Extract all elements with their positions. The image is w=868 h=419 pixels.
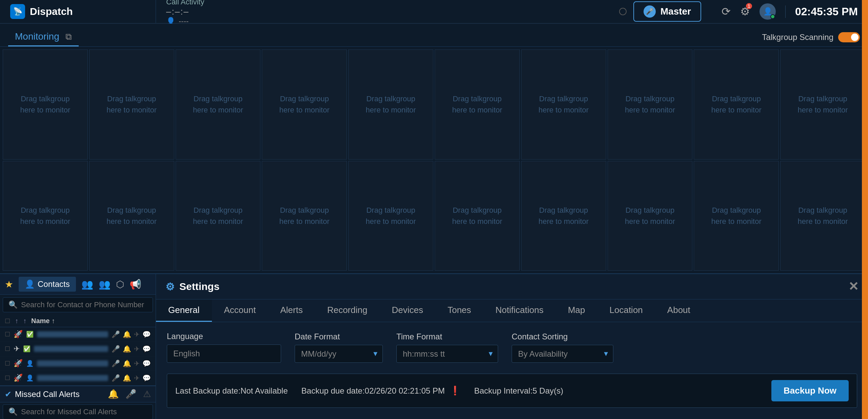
language-input[interactable] <box>167 344 281 363</box>
missed-calls-search-icon: 🔍 <box>8 407 18 416</box>
call-activity-info: –:–:– <box>166 6 599 17</box>
tab-tones[interactable]: Tones <box>435 299 483 322</box>
message-icon[interactable]: 💬 <box>142 345 151 353</box>
tab-location[interactable]: Location <box>597 299 655 322</box>
missed-calls-search-input[interactable] <box>21 407 147 416</box>
tab-alerts[interactable]: Alerts <box>268 299 315 322</box>
message-icon[interactable]: 💬 <box>142 330 151 338</box>
talkgroup-cell[interactable]: Drag talkgrouphere to monitor <box>435 49 520 160</box>
talkgroup-cell[interactable]: Drag talkgrouphere to monitor <box>262 161 347 271</box>
dispatch-tab-icon[interactable]: 👥 <box>99 279 111 290</box>
contact-sorting-select[interactable]: By Availability By Name <box>512 345 613 363</box>
settings-general-row: Language Date Format MM/dd/yy dd/MM/yy y… <box>167 332 857 363</box>
monitoring-bar: Monitoring ⧉ Talkgroup Scanning <box>0 24 868 47</box>
contact-checkbox[interactable]: ☐ <box>5 374 10 382</box>
location-icon[interactable]: ✈ <box>134 374 140 382</box>
ptt-icon[interactable]: 🎤 <box>112 345 120 353</box>
contact-search-input[interactable] <box>21 300 147 309</box>
talkgroup-cell[interactable]: Drag talkgrouphere to monitor <box>521 161 606 271</box>
broadcast-tab-icon[interactable]: 📢 <box>130 279 141 290</box>
ptt-icon[interactable]: 🎤 <box>112 359 120 368</box>
talkgroup-cell[interactable]: Drag talkgrouphere to monitor <box>262 49 347 160</box>
talkgroup-scanning-toggle[interactable] <box>838 32 860 42</box>
settings-close-button[interactable]: ✕ <box>848 279 859 294</box>
alert-icon[interactable]: 🔔 <box>123 345 131 353</box>
contacts-tab-active[interactable]: 👤 Contacts <box>19 277 76 292</box>
talkgroup-cell[interactable]: Drag talkgrouphere to monitor <box>348 49 433 160</box>
message-icon[interactable]: 💬 <box>142 374 151 382</box>
contact-actions: 🎤 🔔 ✈ 💬 <box>112 374 151 382</box>
contact-sorting-field: Contact Sorting By Availability By Name … <box>512 332 613 363</box>
talkgroup-cell[interactable]: Drag talkgrouphere to monitor <box>89 161 174 271</box>
master-button[interactable]: 🎤 Master <box>633 1 701 22</box>
contacts-list-header: ☐ ↑ ↑ Name ↑ <box>0 315 156 327</box>
talkgroup-cell[interactable]: Drag talkgrouphere to monitor <box>435 161 520 271</box>
app-logo: 📡 Dispatch <box>0 0 156 23</box>
tab-notifications[interactable]: Notifications <box>483 299 556 322</box>
missed-calls-bar: ✔ Missed Call Alerts 🔔 🎤 ⚠ <box>0 385 156 402</box>
bottom-section: ★ 👤 Contacts 👥 👥 ⬡ 📢 🔍 <box>0 273 868 419</box>
contact-checkbox[interactable]: ☐ <box>5 331 10 338</box>
talkgroup-cell[interactable]: Drag talkgrouphere to monitor <box>694 161 779 271</box>
talkgroup-cell[interactable]: Drag talkgrouphere to monitor <box>89 49 174 160</box>
tab-about[interactable]: About <box>655 299 703 322</box>
talkgroup-cell[interactable]: Drag talkgrouphere to monitor <box>176 161 261 271</box>
contact-status-rocket: 🚀 <box>14 330 23 339</box>
alert-icon[interactable]: 🔔 <box>123 330 131 338</box>
talkgroup-tab-icon[interactable]: ⬡ <box>116 279 124 290</box>
contact-sorting-select-wrap: By Availability By Name ▼ <box>512 345 613 363</box>
refresh-button[interactable]: ⟳ <box>722 5 731 18</box>
ptt-icon[interactable]: 🎤 <box>112 374 120 382</box>
missed-calls-label: ✔ Missed Call Alerts <box>5 390 103 399</box>
contact-checkbox[interactable]: ☐ <box>5 345 10 353</box>
select-all-checkbox[interactable]: ☐ <box>5 317 10 325</box>
message-icon[interactable]: 💬 <box>142 359 151 368</box>
talkgroup-cell[interactable]: Drag talkgrouphere to monitor <box>521 49 606 160</box>
settings-panel: ⚙ Settings ✕ General Account Alerts Reco… <box>156 274 868 419</box>
location-icon[interactable]: ✈ <box>134 345 140 353</box>
favorites-star-button[interactable]: ★ <box>5 279 13 290</box>
location-icon[interactable]: ✈ <box>134 330 140 338</box>
alert-icon[interactable]: 🔔 <box>123 374 131 382</box>
mic-small-icon[interactable]: 🎤 <box>125 389 136 399</box>
tab-map[interactable]: Map <box>556 299 597 322</box>
alert-circle-icon[interactable]: ⚠ <box>143 389 151 399</box>
talkgroup-cell[interactable]: Drag talkgrouphere to monitor <box>780 49 865 160</box>
settings-header: ⚙ Settings ✕ <box>156 274 868 299</box>
contacts-tab-label: Contacts <box>38 279 70 289</box>
ptt-icon[interactable]: 🎤 <box>112 330 120 338</box>
contact-person-icon: 👤 <box>26 360 34 367</box>
talkgroup-cell[interactable]: Drag talkgrouphere to monitor <box>608 161 693 271</box>
time-format-select[interactable]: hh:mm:ss tt HH:mm:ss <box>396 345 498 363</box>
date-format-select[interactable]: MM/dd/yy dd/MM/yy yy/MM/dd <box>295 345 383 363</box>
talkgroup-cell[interactable]: Drag talkgrouphere to monitor <box>3 49 88 160</box>
alert-icon[interactable]: 🔔 <box>123 359 131 368</box>
location-icon[interactable]: ✈ <box>134 359 140 368</box>
talkgroup-cell[interactable]: Drag talkgrouphere to monitor <box>694 49 779 160</box>
contact-checkbox[interactable]: ☐ <box>5 360 10 367</box>
date-format-label: Date Format <box>295 332 383 341</box>
tab-devices[interactable]: Devices <box>379 299 435 322</box>
talkgroup-cell[interactable]: Drag talkgrouphere to monitor <box>348 161 433 271</box>
talkgroup-cell[interactable]: Drag talkgrouphere to monitor <box>176 49 261 160</box>
contact-sorting-label: Contact Sorting <box>512 332 613 341</box>
settings-tabs: General Account Alerts Recording Devices… <box>156 299 868 322</box>
contact-row: ☐ 🚀 👤 🎤 🔔 ✈ 💬 <box>0 356 156 371</box>
app-title: Dispatch <box>30 6 73 17</box>
backup-row: Last Backup date:Not Available Backup du… <box>167 374 857 408</box>
settings-gear-icon: ⚙ <box>165 281 175 293</box>
talkgroup-cell[interactable]: Drag talkgrouphere to monitor <box>3 161 88 271</box>
group-tab-icon[interactable]: 👥 <box>81 279 93 290</box>
backup-now-button[interactable]: Backup Now <box>771 380 849 401</box>
sort-up-icon2[interactable]: ↑ <box>23 317 26 325</box>
tab-recording[interactable]: Recording <box>315 299 380 322</box>
sort-up-icon[interactable]: ↑ <box>15 317 18 325</box>
monitoring-tab[interactable]: Monitoring ⧉ <box>8 28 79 46</box>
bell-icon[interactable]: 🔔 <box>108 389 119 399</box>
date-format-field: Date Format MM/dd/yy dd/MM/yy yy/MM/dd ▼ <box>295 332 383 363</box>
tab-account[interactable]: Account <box>212 299 268 322</box>
talkgroup-cell[interactable]: Drag talkgrouphere to monitor <box>608 49 693 160</box>
tab-general[interactable]: General <box>156 299 212 322</box>
settings-icon-button[interactable]: ⚙ 1 <box>740 5 750 18</box>
talkgroup-cell[interactable]: Drag talkgrouphere to monitor <box>780 161 865 271</box>
